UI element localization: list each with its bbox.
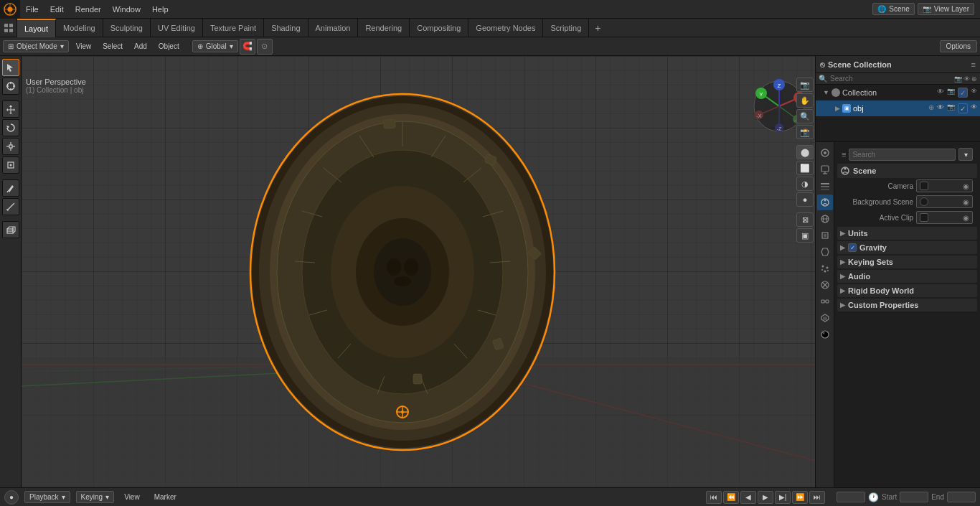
measure-tool[interactable] <box>2 198 19 215</box>
shading-wire-btn[interactable]: ⬜ <box>796 161 814 175</box>
jump-to-end-btn[interactable]: ⏭ <box>809 491 825 504</box>
outliner-filter-icon[interactable]: ≡ <box>971 60 976 69</box>
prop-tab-material[interactable] <box>817 327 833 342</box>
tab-layout[interactable]: Layout <box>17 19 56 37</box>
tab-animation[interactable]: Animation <box>308 19 359 37</box>
obj-camera-icon[interactable]: 📷 <box>947 103 955 113</box>
outliner-item-obj[interactable]: ▶ ▣ obj ⊕ 👁 📷 ✓ 👁 <box>816 100 980 116</box>
keying-menu[interactable]: Keying ▾ <box>76 491 115 503</box>
viewport[interactable]: User Perspective (1) Collection | obj X … <box>22 56 815 487</box>
collection-select-icon[interactable]: ✓ <box>958 88 968 98</box>
menu-window[interactable]: Window <box>107 2 146 17</box>
tab-modeling[interactable]: Modeling <box>56 19 103 37</box>
bg-scene-picker-icon[interactable]: ◉ <box>963 198 969 206</box>
camera-btn[interactable]: 📷 <box>796 78 814 92</box>
outliner-eye-toggle[interactable]: 👁 <box>963 75 970 83</box>
audio-section-header[interactable]: ▶ Audio <box>837 270 977 283</box>
props-filter-btn[interactable]: ▾ <box>958 148 973 161</box>
prop-tab-particles[interactable] <box>817 261 833 276</box>
collection-render-icon[interactable]: 👁 <box>971 88 977 98</box>
start-frame-input[interactable]: 1 <box>900 492 928 502</box>
prop-tab-scene[interactable] <box>817 195 833 210</box>
tab-shading[interactable]: Shading <box>264 19 308 37</box>
gravity-section-header[interactable]: ▶ ✓ Gravity <box>837 241 977 254</box>
scene-section-header[interactable]: Scene <box>837 164 977 178</box>
tab-sculpting[interactable]: Sculpting <box>103 19 151 37</box>
collection-camera-icon[interactable]: 📷 <box>947 88 955 98</box>
rotate-tool[interactable] <box>2 119 19 136</box>
prop-tab-world[interactable] <box>817 211 833 227</box>
shading-render-btn[interactable]: ● <box>796 192 814 207</box>
gravity-checkbox[interactable]: ✓ <box>848 243 857 252</box>
obj-render-icon[interactable]: 👁 <box>971 103 977 113</box>
menu-select[interactable]: Select <box>98 41 127 52</box>
current-frame-input[interactable]: 1 <box>837 492 865 502</box>
obj-filter-icon[interactable]: ⊕ <box>928 103 934 113</box>
tab-geometry-nodes[interactable]: Geometry Nodes <box>468 19 543 37</box>
active-clip-picker-icon[interactable]: ◉ <box>963 214 969 222</box>
proportional-edit-toggle[interactable]: ⊙ <box>257 39 273 55</box>
scene-selector[interactable]: 🌐 Scene <box>872 3 914 15</box>
custom-props-header[interactable]: ▶ Custom Properties <box>837 299 977 311</box>
prop-tab-constraints[interactable] <box>817 294 833 309</box>
next-frame-btn[interactable]: ▶| <box>775 491 791 504</box>
options-button[interactable]: Options <box>940 40 977 52</box>
view-layer-selector[interactable]: 📷 View Layer <box>918 3 974 15</box>
rigid-body-header[interactable]: ▶ Rigid Body World <box>837 284 977 297</box>
scale-tool[interactable] <box>2 138 19 155</box>
photo-btn[interactable]: 📸 <box>796 125 814 139</box>
global-transform-toggle[interactable]: ⊕ Global ▾ <box>192 40 238 52</box>
add-cube-tool[interactable] <box>2 221 19 238</box>
menu-object[interactable]: Object <box>154 41 184 52</box>
menu-help[interactable]: Help <box>146 2 174 17</box>
play-btn[interactable]: ▶ <box>758 491 773 504</box>
camera-value-field[interactable]: ◉ <box>916 179 973 192</box>
add-workspace-button[interactable]: + <box>589 19 606 37</box>
outliner-item-collection[interactable]: ▼ Collection 👁 📷 ✓ 👁 <box>816 85 980 100</box>
shading-material-btn[interactable]: ◑ <box>796 177 814 191</box>
obj-select-icon[interactable]: ✓ <box>958 103 968 113</box>
mode-selector[interactable]: ⊞ Object Mode ▾ <box>3 40 69 52</box>
zoom-btn[interactable]: 🔍 <box>796 109 814 123</box>
end-frame-input[interactable]: 250 <box>947 492 976 502</box>
prop-tab-object[interactable] <box>817 228 833 243</box>
transform-tool[interactable] <box>2 156 19 174</box>
units-section-header[interactable]: ▶ Units <box>837 227 977 240</box>
bg-scene-value-field[interactable]: ◉ <box>916 195 973 208</box>
xray-btn[interactable]: ▣ <box>796 228 814 243</box>
prev-keyframe-btn[interactable]: ⏪ <box>723 491 739 504</box>
hand-btn[interactable]: ✋ <box>796 93 814 108</box>
overlay-btn[interactable]: ⊠ <box>796 212 814 227</box>
next-keyframe-btn[interactable]: ⏩ <box>792 491 808 504</box>
tab-rendering[interactable]: Rendering <box>358 19 410 37</box>
obj-eye-icon[interactable]: 👁 <box>937 103 944 113</box>
timeline-view-menu[interactable]: View <box>120 492 144 502</box>
prop-tab-output[interactable] <box>817 161 833 177</box>
outliner-camera-toggle[interactable]: 📷 <box>954 75 962 83</box>
props-search-input[interactable] <box>849 149 956 161</box>
menu-render[interactable]: Render <box>70 2 107 17</box>
menu-edit[interactable]: Edit <box>44 2 70 17</box>
playback-menu[interactable]: Playback ▾ <box>24 491 70 503</box>
prev-frame-btn[interactable]: ◀ <box>740 491 756 504</box>
jump-to-start-btn[interactable]: ⏮ <box>706 491 722 504</box>
prop-tab-modifier[interactable] <box>817 244 833 260</box>
outliner-search-input[interactable] <box>830 75 951 83</box>
keying-sets-header[interactable]: ▶ Keying Sets <box>837 256 977 268</box>
outliner-restrict-toggle[interactable]: ⊕ <box>971 75 977 83</box>
tab-texture-paint[interactable]: Texture Paint <box>203 19 264 37</box>
prop-tab-view-layer[interactable] <box>817 178 833 194</box>
tab-uv-editing[interactable]: UV Editing <box>151 19 203 37</box>
menu-view[interactable]: View <box>72 41 96 52</box>
camera-picker-icon[interactable]: ◉ <box>963 182 969 190</box>
snap-toggle[interactable]: 🧲 <box>240 39 255 55</box>
prop-tab-object-data[interactable] <box>817 310 833 326</box>
tab-scripting[interactable]: Scripting <box>543 19 589 37</box>
shading-solid-btn[interactable]: ⬤ <box>796 145 814 159</box>
annotate-tool[interactable] <box>2 179 19 197</box>
cursor-tool[interactable] <box>2 78 19 95</box>
active-clip-value-field[interactable]: ◉ <box>916 211 973 224</box>
prop-tab-render[interactable] <box>817 145 833 161</box>
menu-add[interactable]: Add <box>130 41 151 52</box>
select-tool[interactable] <box>2 59 19 76</box>
